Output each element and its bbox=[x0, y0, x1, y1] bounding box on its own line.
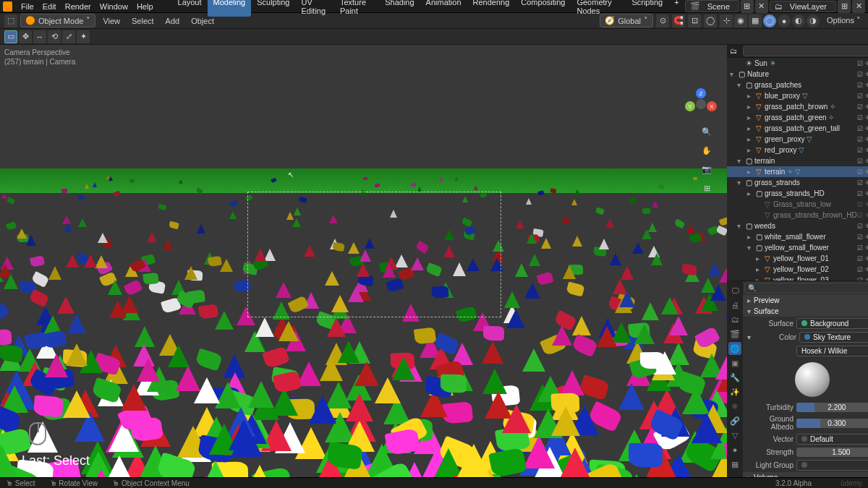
tab-modeling[interactable]: Modeling bbox=[208, 0, 252, 17]
menu-render[interactable]: Render bbox=[61, 2, 95, 11]
properties-search[interactable] bbox=[744, 283, 868, 294]
menu-help[interactable]: Help bbox=[132, 2, 158, 11]
snap-target-icon[interactable]: ⊡ bbox=[688, 14, 701, 27]
tree-row[interactable]: ▽grass_strands_brown_HD☑👁📷 bbox=[727, 210, 868, 221]
overlay-icon[interactable]: ◉ bbox=[734, 14, 747, 27]
tree-row[interactable]: ▸▽grass_patch_green ✧☑👁📷 bbox=[727, 112, 868, 123]
tree-row[interactable]: ▾▢grass_strands☑👁📷 bbox=[727, 177, 868, 188]
tree-row[interactable]: ▾▢terrain☑👁📷 bbox=[727, 155, 868, 166]
prop-tab-constraints[interactable]: 🔗 bbox=[728, 414, 741, 427]
viewlayer-delete-icon[interactable]: ✕ bbox=[852, 0, 865, 13]
tree-row[interactable]: ▸▽yellow_flower_02☑👁📷 bbox=[727, 264, 868, 275]
viewlayer-new-icon[interactable]: ⊞ bbox=[838, 0, 851, 13]
prop-tab-render[interactable]: 🖵 bbox=[728, 284, 741, 297]
tree-row[interactable]: ▸▽red_proxy ▽☑👁📷 bbox=[727, 145, 868, 155]
tab-compositing[interactable]: Compositing bbox=[515, 0, 571, 17]
prop-tab-texture[interactable]: ▦ bbox=[728, 458, 741, 471]
tree-row[interactable]: ▸▽yellow_flower_01☑👁📷 bbox=[727, 253, 868, 264]
viewport-3d[interactable]: Camera Perspective (257) terrain | Camer… bbox=[0, 45, 727, 477]
tool-scale-icon[interactable]: ⤢ bbox=[62, 30, 75, 43]
prop-tab-object[interactable]: ▣ bbox=[728, 356, 741, 369]
header-select[interactable]: Select bbox=[127, 17, 158, 25]
snap-icon[interactable]: 🧲 bbox=[672, 14, 685, 27]
tool-cursor-icon[interactable]: ✥ bbox=[19, 30, 32, 43]
tree-row[interactable]: ▸▢white_small_flower☑👁📷 bbox=[727, 231, 868, 242]
mode-selector[interactable]: 🟠 Object Mode ˅ bbox=[20, 14, 95, 27]
scene-selector[interactable]: 🎬 Scene bbox=[685, 0, 739, 12]
color-value[interactable]: Sky Texture bbox=[799, 332, 868, 343]
pivot-icon[interactable]: ⊙ bbox=[656, 14, 669, 27]
prop-tab-viewlayer[interactable]: 🗂 bbox=[728, 313, 741, 326]
tool-transform-icon[interactable]: ✦ bbox=[77, 30, 90, 43]
tree-row[interactable]: ☀Sun ☀☑👁📷 bbox=[727, 58, 868, 69]
tree-row[interactable]: ▾▢yellow_small_flower☑👁📷 bbox=[727, 242, 868, 253]
prop-tab-world[interactable]: 🌐 bbox=[728, 342, 741, 355]
tree-row[interactable]: ▸▽grass_patch_brown ✧☑👁📷 bbox=[727, 101, 868, 112]
panel-volume[interactable]: ▸Volume bbox=[743, 472, 868, 477]
shading-rendered-icon[interactable]: ◑ bbox=[807, 14, 820, 27]
xray-icon[interactable]: ▦ bbox=[749, 14, 762, 27]
tab-uv-editing[interactable]: UV Editing bbox=[295, 0, 333, 17]
camera-view-icon[interactable]: 📷 bbox=[699, 162, 714, 176]
shading-matprev-icon[interactable]: ◐ bbox=[792, 14, 805, 27]
prop-tab-data[interactable]: ▽ bbox=[728, 429, 741, 442]
lightgroup-value[interactable] bbox=[796, 460, 868, 471]
proportional-icon[interactable]: ◯ bbox=[704, 14, 717, 27]
vector-value[interactable]: Default bbox=[796, 434, 868, 445]
shading-wire-icon[interactable]: ◯ bbox=[763, 14, 776, 27]
prop-tab-modifiers[interactable]: 🔧 bbox=[728, 371, 741, 384]
surface-value[interactable]: Background bbox=[796, 318, 868, 329]
scene-new-icon[interactable]: ⊞ bbox=[741, 0, 754, 13]
header-view[interactable]: View bbox=[98, 17, 124, 25]
tool-move-icon[interactable]: ↔ bbox=[33, 30, 46, 43]
tree-row[interactable]: ▸▽blue_proxy ▽☑👁📷 bbox=[727, 90, 868, 101]
menu-edit[interactable]: Edit bbox=[38, 2, 61, 11]
strength-value[interactable]: 1.500 bbox=[796, 448, 868, 457]
shading-solid-icon[interactable]: ● bbox=[778, 14, 791, 27]
perspective-icon[interactable]: ⊞ bbox=[699, 181, 714, 195]
menu-window[interactable]: Window bbox=[95, 2, 132, 11]
nav-gizmo[interactable]: Z Y X bbox=[685, 88, 717, 120]
header-add[interactable]: Add bbox=[161, 17, 184, 25]
sky-model[interactable]: Hosek / Wilkie˅ bbox=[796, 346, 868, 356]
prop-tab-particles[interactable]: ✨ bbox=[728, 385, 741, 398]
prop-tab-physics[interactable]: ⚛ bbox=[728, 400, 741, 413]
turbidity-value[interactable]: 2.200 bbox=[796, 403, 868, 412]
prop-tab-output[interactable]: 🖨 bbox=[728, 299, 741, 312]
albedo-value[interactable]: 0.300 bbox=[796, 419, 868, 428]
tree-row[interactable]: ▸▢grass_strands_HD☑👁📷 bbox=[727, 188, 868, 199]
tree-row[interactable]: ▽Grass_strans_low☑👁📷 bbox=[727, 199, 868, 210]
tab-sculpting[interactable]: Sculpting bbox=[251, 0, 295, 17]
outliner[interactable]: 🗂 ▿ ☀Sun ☀☑👁📷▾▢Nature☑👁📷▾▢grass_patches☑… bbox=[727, 45, 868, 281]
tool-rotate-icon[interactable]: ⟲ bbox=[48, 30, 61, 43]
tab-animation[interactable]: Animation bbox=[420, 0, 467, 17]
tree-row[interactable]: ▾▢grass_patches☑👁📷 bbox=[727, 80, 868, 90]
tab-shading[interactable]: Shading bbox=[379, 0, 420, 17]
tree-row[interactable]: ▸▽terrain ✧ ▽☑👁📷 bbox=[727, 166, 868, 177]
tree-row[interactable]: ▾▢weeds☑👁📷 bbox=[727, 221, 868, 231]
menu-file[interactable]: File bbox=[17, 2, 38, 11]
tree-row[interactable]: ▸▽green_proxy ▽☑👁📷 bbox=[727, 134, 868, 145]
sky-preview-sphere[interactable] bbox=[795, 362, 830, 397]
panel-surface[interactable]: ▾Surface bbox=[743, 306, 868, 317]
header-object[interactable]: Object bbox=[187, 17, 218, 25]
prop-tab-material[interactable]: ● bbox=[728, 443, 741, 456]
pan-icon[interactable]: ✋ bbox=[699, 143, 714, 158]
panel-preview[interactable]: ▸Preview bbox=[743, 295, 868, 306]
tab-texture-paint[interactable]: Texture Paint bbox=[334, 0, 379, 17]
scene-delete-icon[interactable]: ✕ bbox=[755, 0, 768, 13]
editor-type-icon[interactable]: ⬚ bbox=[4, 14, 17, 27]
tree-row[interactable]: ▸▽yellow_flower_03☑👁📷 bbox=[727, 275, 868, 281]
tool-select-box-icon[interactable]: ▭ bbox=[4, 30, 17, 43]
zoom-icon[interactable]: 🔍 bbox=[699, 124, 714, 139]
options-dropdown[interactable]: Options ˅ bbox=[824, 16, 864, 25]
outliner-search[interactable] bbox=[743, 46, 868, 56]
tree-row[interactable]: ▸▽grass_patch_green_tall☑👁📷 bbox=[727, 123, 868, 134]
outliner-type-icon[interactable]: 🗂 bbox=[727, 47, 740, 55]
gizmo-vis-icon[interactable]: ⊹ bbox=[720, 14, 733, 27]
prop-tab-scene[interactable]: 🎬 bbox=[728, 328, 741, 341]
tab-layout[interactable]: Layout bbox=[172, 0, 208, 17]
viewlayer-selector[interactable]: 🗂 ViewLayer bbox=[770, 1, 836, 12]
tree-row[interactable]: ▾▢Nature☑👁📷 bbox=[727, 69, 868, 80]
orientation-selector[interactable]: 🧭 Global ˅ bbox=[600, 14, 653, 27]
